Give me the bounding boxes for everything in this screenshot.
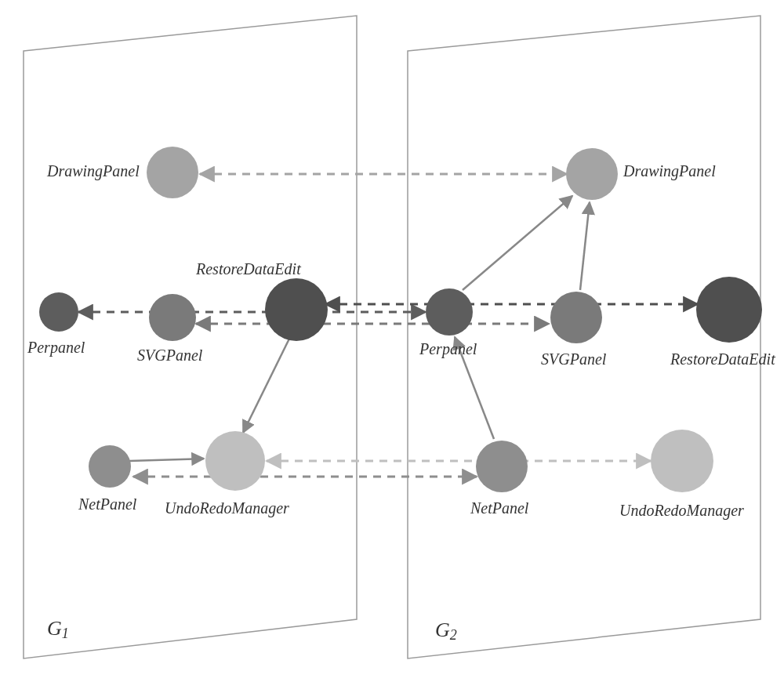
- label-g1-perpanel: Perpanel: [27, 339, 85, 357]
- label-g2-perpanel: Perpanel: [419, 340, 477, 358]
- edge-g2-svg-to-drawing: [580, 202, 590, 290]
- edge-g2-perpanel-to-drawing: [463, 196, 572, 290]
- node-g2-drawingpanel: [566, 148, 618, 200]
- node-g1-restoredataedit: [265, 278, 328, 341]
- node-g1-undoredomanager: [205, 431, 265, 491]
- node-g2-svgpanel: [550, 292, 602, 343]
- edge-g1-restore-to-undo: [243, 337, 290, 433]
- node-g1-drawingpanel: [147, 147, 198, 198]
- label-g1: G1: [47, 617, 69, 641]
- label-g2-restoredataedit: RestoreDataEdit: [670, 350, 775, 368]
- label-g2-svgpanel: SVGPanel: [541, 350, 607, 368]
- edge-g1-net-to-undo: [129, 459, 204, 461]
- node-g2-netpanel: [476, 441, 528, 492]
- label-g2-drawingpanel: DrawingPanel: [622, 162, 716, 180]
- node-g2-perpanel: [426, 288, 473, 336]
- node-g1-svgpanel: [149, 294, 196, 341]
- label-g2: G2: [435, 619, 457, 643]
- diagram-canvas: DrawingPanel Perpanel SVGPanel RestoreDa…: [0, 0, 784, 682]
- label-g2-netpanel: NetPanel: [470, 499, 529, 517]
- node-g2-restoredataedit: [696, 277, 762, 343]
- label-g1-drawingpanel: DrawingPanel: [46, 162, 140, 180]
- node-g1-perpanel: [39, 292, 78, 332]
- label-g1-svgpanel: SVGPanel: [137, 346, 203, 364]
- label-g2-undoredomanager: UndoRedoManager: [619, 502, 744, 520]
- label-g1-restoredataedit: RestoreDataEdit: [195, 260, 301, 278]
- label-g1-undoredomanager: UndoRedoManager: [165, 499, 289, 517]
- node-g2-undoredomanager: [651, 430, 713, 492]
- node-g1-netpanel: [89, 445, 131, 488]
- label-g1-netpanel: NetPanel: [78, 495, 137, 513]
